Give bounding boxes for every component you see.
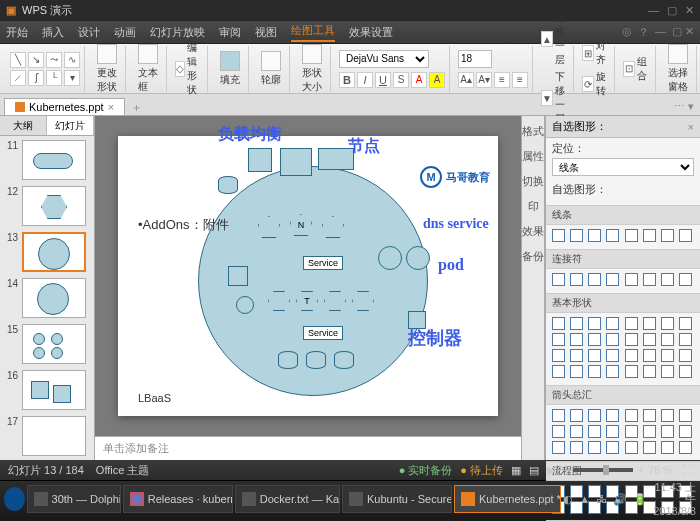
menu-view[interactable]: 视图: [255, 25, 277, 40]
shape-item[interactable]: [570, 425, 583, 438]
edit-points-icon[interactable]: ◇: [175, 61, 185, 77]
shape-item[interactable]: [588, 273, 601, 286]
zoom-out-icon[interactable]: −: [563, 464, 569, 476]
shape-item[interactable]: [661, 273, 674, 286]
shape-item[interactable]: [643, 273, 656, 286]
shape-item[interactable]: [606, 425, 619, 438]
shape-item[interactable]: [570, 333, 583, 346]
backup-icon[interactable]: 备份: [522, 249, 544, 264]
shape-item[interactable]: [661, 229, 674, 242]
shape-item[interactable]: [570, 441, 583, 454]
shape-item[interactable]: [570, 349, 583, 362]
maximize-icon[interactable]: ▢: [667, 4, 677, 17]
close-icon[interactable]: ✕: [685, 4, 694, 17]
minimize-icon[interactable]: —: [648, 4, 659, 17]
bring-forward-icon[interactable]: ▲: [541, 31, 553, 47]
shape-item[interactable]: [606, 349, 619, 362]
attr-icon[interactable]: 属性: [522, 149, 544, 164]
search-icon[interactable]: ？: [638, 25, 649, 40]
shape-item[interactable]: [588, 441, 601, 454]
slides-tab[interactable]: 幻灯片: [47, 116, 94, 135]
shape-item[interactable]: [679, 317, 692, 330]
service-box-2[interactable]: Service: [303, 326, 343, 340]
shape-item[interactable]: [661, 409, 674, 422]
shape-item[interactable]: [552, 425, 565, 438]
group-lines[interactable]: 线条: [546, 205, 700, 225]
shape-item[interactable]: [679, 425, 692, 438]
shape-item[interactable]: [606, 273, 619, 286]
menu-anim[interactable]: 动画: [114, 25, 136, 40]
tab-overflow-icon[interactable]: ⋯ ▾: [672, 98, 696, 115]
shape-item[interactable]: [625, 317, 638, 330]
shape-item[interactable]: [643, 409, 656, 422]
shape-item[interactable]: [552, 409, 565, 422]
shape-item[interactable]: [679, 441, 692, 454]
elbow-tool-icon[interactable]: └: [46, 70, 62, 86]
shape-item[interactable]: [588, 425, 601, 438]
shape-item[interactable]: [643, 425, 656, 438]
pod-circle-2[interactable]: [406, 246, 430, 270]
shape-item[interactable]: [552, 317, 565, 330]
group-basic[interactable]: 基本形状: [546, 293, 700, 313]
shape-item[interactable]: [643, 229, 656, 242]
shape-item[interactable]: [661, 441, 674, 454]
shape-item[interactable]: [679, 273, 692, 286]
new-tab-button[interactable]: ＋: [131, 100, 142, 115]
underline-button[interactable]: U: [375, 72, 391, 88]
rotate-icon[interactable]: ⟳: [582, 76, 594, 92]
shape-item[interactable]: [552, 441, 565, 454]
shape-item[interactable]: [643, 349, 656, 362]
shape-item[interactable]: [661, 425, 674, 438]
shape-item[interactable]: [552, 333, 565, 346]
shape-item[interactable]: [643, 441, 656, 454]
shape-item[interactable]: [606, 365, 619, 378]
line-tool-icon[interactable]: ╲: [10, 52, 26, 68]
volume-icon[interactable]: 🔊: [613, 493, 627, 506]
strike-button[interactable]: S: [393, 72, 409, 88]
start-button[interactable]: [4, 487, 25, 511]
fill-button[interactable]: 填充: [216, 49, 244, 89]
db-cyl-2[interactable]: [278, 351, 298, 369]
shape-item[interactable]: [606, 409, 619, 422]
zoom-control[interactable]: − + 76 %: [563, 464, 673, 476]
shape-item[interactable]: [552, 365, 565, 378]
outline-button[interactable]: 轮廓: [257, 49, 285, 89]
outline-tab[interactable]: 大纲: [0, 116, 47, 135]
shape-item[interactable]: [661, 333, 674, 346]
group-arrows[interactable]: 箭头总汇: [546, 385, 700, 405]
shape-item[interactable]: [570, 365, 583, 378]
shape-item[interactable]: [679, 333, 692, 346]
shape-item[interactable]: [552, 273, 565, 286]
help-icon[interactable]: ◎: [622, 25, 632, 40]
shape-item[interactable]: [570, 273, 583, 286]
shape-item[interactable]: [588, 229, 601, 242]
connector-tool-icon[interactable]: ⤳: [46, 52, 62, 68]
service-box-1[interactable]: Service: [303, 256, 343, 270]
db-cyl-1[interactable]: [218, 176, 238, 194]
task-securecrt[interactable]: Kubuntu - SecureC...: [342, 485, 452, 513]
shape-item[interactable]: [588, 317, 601, 330]
polyline-tool-icon[interactable]: ⟋: [10, 70, 26, 86]
task-browser[interactable]: Releases · kubern...: [123, 485, 233, 513]
shrink-font-icon[interactable]: A▾: [476, 72, 492, 88]
pane-close-icon[interactable]: ×: [688, 121, 694, 133]
group-icon[interactable]: ⊡: [623, 61, 635, 77]
align-center-icon[interactable]: ≡: [512, 72, 528, 88]
tray-icon[interactable]: ▲: [579, 493, 590, 505]
menu-review[interactable]: 审阅: [219, 25, 241, 40]
task-wps[interactable]: Kubernetes.ppt *...: [454, 485, 561, 513]
notes-pane[interactable]: 单击添加备注: [95, 436, 521, 460]
thumb-16[interactable]: 16: [4, 370, 90, 410]
shape-item[interactable]: [643, 365, 656, 378]
shape-item[interactable]: [552, 229, 565, 242]
shape-item[interactable]: [606, 441, 619, 454]
node-box-1[interactable]: [248, 148, 272, 172]
shape-item[interactable]: [588, 333, 601, 346]
tray-icon[interactable]: ◐: [563, 493, 573, 506]
select-pane-button[interactable]: 选择窗格: [664, 42, 692, 96]
shape-item[interactable]: [606, 229, 619, 242]
menu-drawtools[interactable]: 绘图工具: [291, 23, 335, 42]
thumb-15[interactable]: 15: [4, 324, 90, 364]
thumb-14[interactable]: 14: [4, 278, 90, 318]
bold-button[interactable]: B: [339, 72, 355, 88]
